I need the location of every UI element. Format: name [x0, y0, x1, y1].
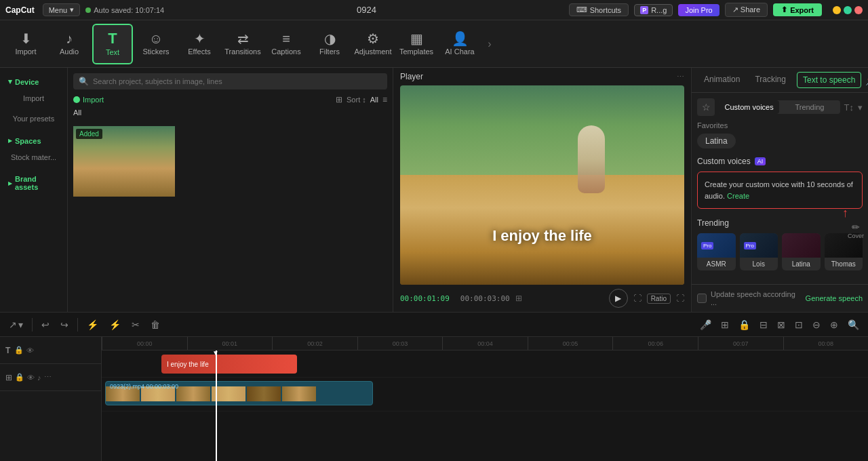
text-clip[interactable]: I enjoy the life — [161, 355, 297, 374]
video-sky-bg — [400, 85, 684, 185]
close-button[interactable] — [854, 6, 863, 14]
sort-button[interactable]: Sort ↕ — [347, 96, 366, 104]
right-panel: Animation Tracking Text to speech 📌 ☆ Cu… — [692, 68, 868, 312]
latina-voice-chip[interactable]: Latina — [697, 134, 736, 148]
favorites-label: Favorites — [697, 121, 863, 129]
export-button[interactable]: ⬆ Export — [773, 3, 822, 16]
player-options-button[interactable]: ⋯ — [677, 73, 684, 81]
menu-button[interactable]: Menu ▾ — [43, 3, 81, 16]
generate-speech-button[interactable]: Generate speech — [806, 294, 863, 302]
tool-import[interactable]: ⬇ Import — [5, 24, 46, 64]
shortcuts-button[interactable]: ⌨ Shortcuts — [569, 3, 629, 16]
eye-video-icon[interactable]: 👁 — [27, 374, 35, 382]
search-input[interactable] — [93, 77, 382, 85]
audio-video-icon[interactable]: ♪ — [37, 374, 41, 382]
tool-text[interactable]: T Text — [92, 24, 133, 64]
link-button[interactable]: ⊞ — [717, 317, 732, 332]
undo-button[interactable]: ↩ — [38, 317, 53, 332]
playhead[interactable] — [216, 350, 217, 461]
pro-badge: P R...g — [634, 4, 673, 16]
split-keep-button[interactable]: ⚡ — [106, 317, 124, 332]
media-thumbnail: Added — [73, 126, 175, 187]
mic-button[interactable]: 🎤 — [696, 317, 715, 332]
tool-ai-chara-label: AI Chara — [445, 47, 474, 56]
timeline-track-labels: T 🔒 👁 ⊞ 🔒 👁 ♪ ⋯ ✏ Cover — [0, 337, 102, 461]
tool-stickers[interactable]: ☺ Stickers — [136, 24, 176, 64]
sidebar-item-import[interactable]: Import — [4, 89, 63, 108]
voice-tab-custom[interactable]: Custom voices — [719, 100, 779, 114]
bottom-controls: Update speech according ... Generate spe… — [692, 284, 868, 312]
tool-ai-chara[interactable]: 👤 AI Chara — [439, 24, 480, 64]
video-clip[interactable]: 0923(2).mp4 00:00:03:00 — [105, 381, 373, 405]
voice-card-asmr[interactable]: Pro ASMR — [697, 233, 736, 270]
video-track-icon: ⊞ — [5, 373, 12, 382]
ruler-mark-0: 00:00 — [102, 337, 187, 350]
share-button[interactable]: ↗ Share — [725, 3, 768, 17]
ratio-badge[interactable]: Ratio — [647, 294, 671, 304]
expand-icon[interactable]: ⛶ — [676, 294, 684, 303]
fullscreen-icon[interactable]: ⛶ — [633, 294, 642, 303]
split-keep-icon: ⚡ — [109, 319, 121, 330]
favorites-star-button[interactable]: ☆ — [697, 98, 715, 116]
filter-icon[interactable]: ≡ — [382, 95, 387, 104]
all-filter-tab[interactable]: All — [73, 108, 81, 117]
format-button[interactable]: ⊠ — [774, 317, 789, 332]
redo-button[interactable]: ↪ — [57, 317, 72, 332]
split-button[interactable]: ⚡ — [83, 317, 102, 332]
tool-audio[interactable]: ♪ Audio — [49, 24, 90, 64]
lock-button[interactable]: 🔒 — [735, 317, 753, 332]
join-pro-button[interactable]: Join Pro — [678, 4, 719, 16]
voice-card-latina[interactable]: Latina — [782, 233, 821, 270]
play-button[interactable]: ▶ — [609, 289, 628, 308]
tool-adjustment-label: Adjustment — [354, 47, 391, 56]
pin-icon[interactable]: 📌 — [865, 75, 868, 85]
tool-effects[interactable]: ✦ Effects — [179, 24, 220, 64]
list-item[interactable]: Added 0923(2).mp4 — [73, 126, 175, 197]
import-button[interactable]: Import — [73, 96, 104, 104]
zoom-fit-button[interactable]: 🔍 — [844, 317, 863, 332]
lock-video-icon[interactable]: 🔒 — [15, 373, 24, 382]
lock-track-icon[interactable]: 🔒 — [14, 346, 24, 355]
tool-transitions[interactable]: ⇄ Transitions — [222, 24, 263, 64]
sidebar-item-your-presets[interactable]: Your presets — [4, 109, 63, 128]
toolbar-more-button[interactable]: › — [483, 24, 496, 64]
tab-text-to-speech[interactable]: Text to speech — [797, 72, 861, 88]
sidebar-item-stock[interactable]: Stock mater... — [4, 148, 63, 167]
tool-captions[interactable]: ≡ Captions — [266, 24, 307, 64]
update-speech-checkbox[interactable] — [697, 294, 707, 303]
tab-animation[interactable]: Animation — [697, 68, 747, 92]
grid-view-icon[interactable]: ⊞ — [515, 294, 522, 303]
sidebar-section-brand[interactable]: ▸ Brand assets — [0, 171, 67, 193]
zoom-plus-button[interactable]: ⊕ — [827, 317, 842, 332]
timeline-ruler: 00:00 00:01 00:02 00:03 00:04 00:05 00:0… — [102, 337, 868, 350]
sort-voices-icon[interactable]: T↕ — [844, 102, 854, 113]
tool-adjustment[interactable]: ⚙ Adjustment — [353, 24, 393, 64]
sidebar-section-device[interactable]: ▾ Device — [0, 73, 67, 87]
more-video-icon[interactable]: ⋯ — [44, 373, 52, 382]
mic-icon: 🎤 — [700, 319, 711, 330]
zoom-minus-button[interactable]: ⊖ — [809, 317, 824, 332]
voice-card-lois[interactable]: Pro Lois — [740, 233, 778, 270]
tool-filters[interactable]: ◑ Filters — [309, 24, 350, 64]
delete-button[interactable]: 🗑 — [147, 317, 163, 332]
voice-tab-trending[interactable]: Trending — [779, 100, 840, 114]
text-clip-label: I enjoy the life — [167, 361, 209, 368]
menu-bar: CapCut Menu ▾ Auto saved: 10:07:14 0924 … — [0, 0, 868, 20]
crop-button[interactable]: ✂ — [128, 317, 143, 332]
select-tool-button[interactable]: ↗ ▾ — [5, 317, 26, 332]
sidebar-section-spaces[interactable]: ▸ Spaces — [0, 132, 67, 146]
view-toggle-button[interactable]: ⊞ — [336, 95, 342, 104]
frame-thumb-3 — [176, 386, 210, 401]
split-audio-button[interactable]: ⊟ — [756, 317, 771, 332]
tool-templates[interactable]: ▦ Templates — [396, 24, 437, 64]
filter-voices-icon[interactable]: ▾ — [858, 102, 863, 113]
visibility-track-icon[interactable]: 👁 — [26, 346, 34, 355]
minimize-button[interactable] — [833, 6, 841, 14]
ai-chara-icon: 👤 — [452, 32, 469, 45]
maximize-button[interactable] — [844, 6, 852, 14]
tab-tracking[interactable]: Tracking — [748, 68, 793, 92]
link-icon: ⊞ — [721, 319, 729, 330]
create-custom-voice-link[interactable]: Create — [727, 192, 749, 200]
player-title: Player — [400, 72, 423, 81]
fit-button[interactable]: ⊡ — [791, 317, 806, 332]
